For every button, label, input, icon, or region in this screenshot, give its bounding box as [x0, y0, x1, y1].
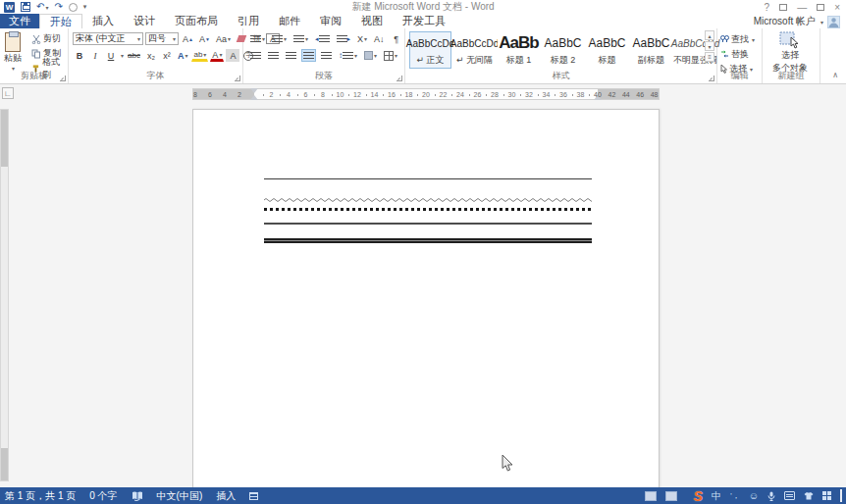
change-case-button[interactable]: Aa▾ — [214, 32, 233, 45]
first-line-indent-marker[interactable] — [250, 88, 258, 93]
increase-indent-button[interactable]: ▸ — [335, 32, 353, 45]
text-effects-button[interactable]: A▾ — [176, 49, 190, 62]
ime-voice-icon[interactable] — [767, 491, 775, 501]
grow-font-button[interactable]: A▲ — [181, 32, 195, 45]
proofing-icon[interactable] — [132, 491, 143, 501]
borders-button[interactable]: ▾ — [382, 49, 399, 62]
clipboard-dialog-launcher[interactable] — [60, 76, 66, 81]
tab-0-开始[interactable]: 开始 — [39, 14, 82, 28]
multilevel-list-button[interactable]: ▾ — [291, 32, 310, 45]
styles-scroll-down-icon[interactable]: ▾ — [705, 41, 714, 51]
font-size-combo[interactable]: 四号▾ — [145, 32, 179, 45]
paste-button[interactable]: 粘贴 ▾ — [4, 32, 22, 72]
hanging-indent-marker[interactable] — [250, 95, 258, 100]
styles-dialog-launcher[interactable] — [709, 76, 714, 81]
language-indicator[interactable]: 中文(中国) — [157, 489, 203, 503]
align-right-button[interactable] — [284, 49, 298, 62]
styles-scroll-up-icon[interactable]: ▴ — [705, 30, 714, 40]
shrink-font-button[interactable]: A▼ — [197, 32, 212, 45]
paragraph-dialog-launcher[interactable] — [397, 76, 402, 81]
horizontal-ruler[interactable]: 8642246810121416182022242628303234363840… — [192, 88, 660, 100]
thin-solid-line[interactable] — [264, 178, 592, 179]
decrease-indent-button[interactable]: ◂ — [313, 32, 332, 45]
ime-bar-grip[interactable] — [840, 489, 842, 502]
subscript-button[interactable]: x₂ — [144, 49, 158, 62]
show-hide-marks-button[interactable]: ¶ — [390, 32, 403, 45]
ribbon-display-options-icon[interactable] — [779, 4, 787, 11]
align-center-button[interactable] — [266, 49, 281, 62]
cut-button[interactable]: 剪切 — [29, 32, 68, 45]
read-mode-view-icon[interactable] — [645, 491, 657, 501]
tab-6-审阅[interactable]: 审阅 — [310, 14, 351, 28]
undo-icon[interactable]: ↶▾ — [36, 2, 48, 13]
dotted-line[interactable] — [264, 208, 592, 211]
document-page[interactable] — [192, 109, 660, 487]
style-card-标题 2[interactable]: AaBbC标题 2 — [542, 31, 584, 69]
save-icon[interactable] — [21, 2, 30, 12]
ime-language-toggle[interactable]: 中 — [712, 489, 721, 503]
style-card-标题[interactable]: AaBbC标题 — [586, 31, 628, 69]
close-icon[interactable]: × — [834, 2, 840, 13]
macro-record-icon[interactable] — [249, 492, 258, 500]
tab-8-开发工具[interactable]: 开发工具 — [393, 14, 455, 28]
bullets-button[interactable]: ▾ — [248, 32, 267, 45]
find-button[interactable]: 查找▾ — [720, 33, 755, 45]
page-indicator[interactable]: 第 1 页，共 1 页 — [5, 489, 76, 503]
ime-punctuation-toggle[interactable]: ’， — [730, 490, 740, 501]
wavy-line[interactable] — [264, 192, 592, 198]
font-color-button[interactable]: A▾ — [210, 50, 224, 62]
tab-4-引用[interactable]: 引用 — [228, 14, 269, 28]
style-card-正文[interactable]: AaBbCcDd↵ 正文 — [409, 31, 451, 69]
medium-solid-line[interactable] — [264, 223, 592, 225]
shading-button[interactable]: ▾ — [362, 49, 379, 62]
print-layout-view-icon[interactable] — [665, 491, 677, 501]
insert-mode-indicator[interactable]: 插入 — [216, 489, 236, 503]
select-multiple-objects-button[interactable]: 选择 多个对象 — [772, 31, 808, 75]
touch-mode-icon[interactable] — [69, 3, 78, 12]
ime-toolbox-icon[interactable] — [822, 491, 831, 500]
minimize-icon[interactable]: — — [797, 2, 807, 13]
help-icon[interactable]: ? — [765, 2, 770, 13]
tab-3-页面布局[interactable]: 页面布局 — [165, 14, 228, 28]
distribute-button[interactable] — [319, 49, 334, 62]
redo-icon[interactable]: ↷ — [54, 2, 62, 12]
ime-skin-icon[interactable] — [804, 491, 814, 500]
strikethrough-button[interactable]: abc — [126, 49, 142, 62]
tab-5-邮件[interactable]: 邮件 — [269, 14, 310, 28]
tab-7-视图[interactable]: 视图 — [351, 14, 393, 28]
style-card-无间隔[interactable]: AaBbCcDd↵ 无间隔 — [453, 31, 496, 69]
underline-button[interactable]: U — [104, 49, 118, 62]
font-dialog-launcher[interactable] — [235, 76, 240, 81]
style-card-副标题[interactable]: AaBbC副标题 — [630, 31, 672, 69]
italic-button[interactable]: I — [88, 49, 102, 62]
word-count[interactable]: 0 个字 — [89, 489, 117, 503]
tab-1-插入[interactable]: 插入 — [82, 14, 124, 28]
numbering-button[interactable]: ▾ — [270, 32, 289, 45]
font-name-combo[interactable]: 宋体 (中文正▾ — [73, 32, 143, 45]
ime-keyboard-icon[interactable] — [784, 491, 795, 500]
styles-more-icon[interactable]: ≡ — [705, 52, 714, 62]
tab-stop-selector[interactable]: ∟ — [2, 87, 14, 99]
superscript-button[interactable]: x² — [160, 49, 174, 62]
thick-double-line[interactable] — [264, 238, 592, 243]
ime-emoji-icon[interactable]: ☺ — [749, 490, 759, 501]
vertical-ruler[interactable] — [0, 109, 9, 481]
highlight-color-button[interactable]: ab▾ — [191, 50, 208, 62]
line-spacing-button[interactable]: ↕▾ — [337, 49, 359, 62]
sogou-ime-icon[interactable]: S — [694, 488, 703, 504]
replace-button[interactable]: 替换 — [720, 48, 755, 60]
collapse-ribbon-icon[interactable]: ∧ — [832, 71, 838, 79]
style-card-标题 1[interactable]: AaBb标题 1 — [498, 31, 540, 69]
sort-button[interactable]: A↓ — [372, 32, 387, 45]
justify-button[interactable] — [301, 49, 316, 62]
customize-qat-icon[interactable]: ▾ — [83, 3, 87, 11]
align-left-button[interactable] — [248, 49, 263, 62]
asian-layout-button[interactable]: X▾ — [355, 32, 369, 45]
tab-2-设计[interactable]: 设计 — [124, 14, 165, 28]
account-area[interactable]: Microsoft 帐户 ▾ — [754, 15, 846, 28]
ruler-number: 4 — [287, 91, 291, 98]
restore-icon[interactable] — [817, 4, 824, 11]
character-shading-button[interactable]: A — [226, 49, 239, 62]
tab-file[interactable]: 文件 — [0, 14, 39, 28]
bold-button[interactable]: B — [73, 49, 86, 62]
